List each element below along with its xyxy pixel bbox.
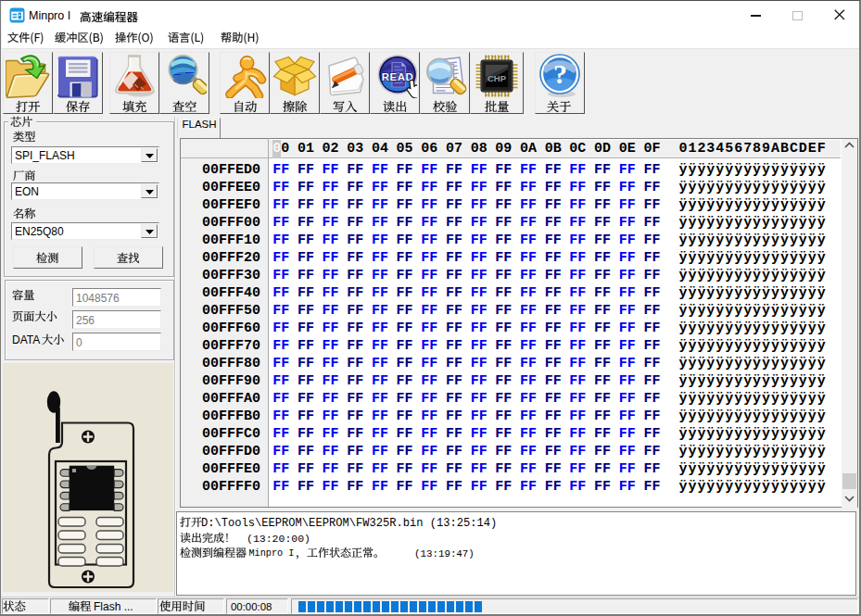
- svg-text:READ: READ: [382, 71, 414, 82]
- svg-text:?: ?: [553, 58, 567, 89]
- svg-text:CHP: CHP: [487, 73, 507, 83]
